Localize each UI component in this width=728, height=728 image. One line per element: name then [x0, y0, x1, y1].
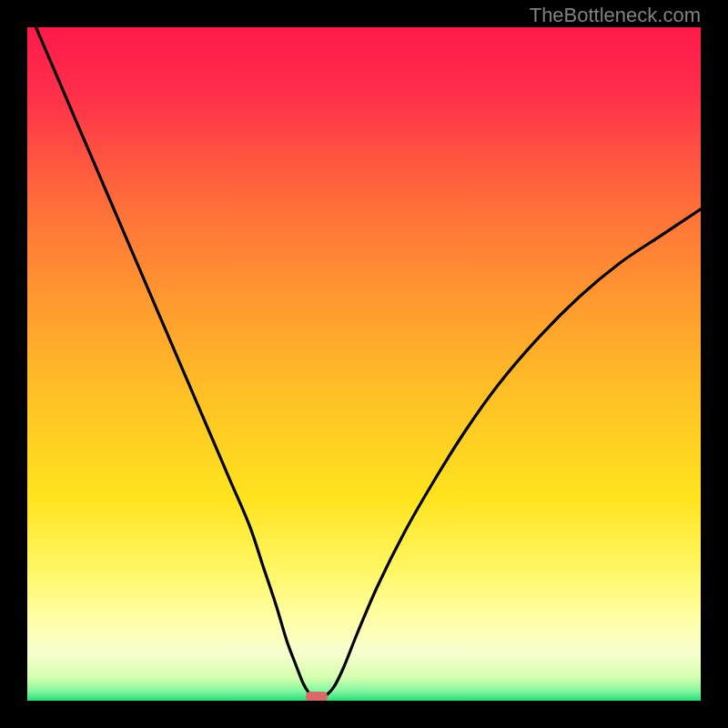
watermark-text: TheBottleneck.com [530, 4, 701, 27]
plot-area [27, 27, 701, 701]
chart-frame: TheBottleneck.com [0, 0, 728, 728]
bottleneck-curve [27, 27, 701, 701]
minimum-marker [306, 692, 328, 701]
